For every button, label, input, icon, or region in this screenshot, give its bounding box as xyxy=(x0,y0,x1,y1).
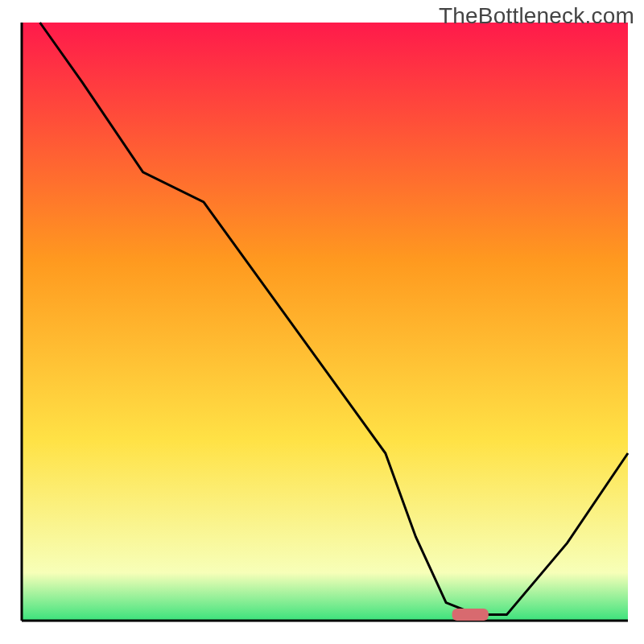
chart-svg xyxy=(0,0,644,644)
gradient-background xyxy=(22,23,628,621)
optimal-marker xyxy=(452,609,489,621)
watermark: TheBottleneck.com xyxy=(439,3,634,29)
chart-container: TheBottleneck.com xyxy=(0,0,644,644)
